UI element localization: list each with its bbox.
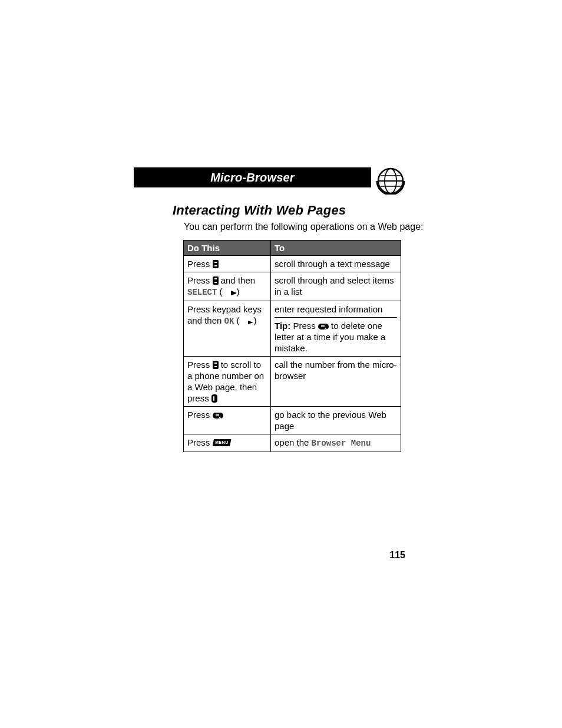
- tip-block: Tip: Press × to delete one letter at a t…: [275, 317, 397, 354]
- page: Micro-Browser Interacting With Web Pages…: [0, 0, 562, 728]
- page-number: 115: [389, 550, 405, 561]
- result-cell: go back to the previous Web page: [271, 407, 401, 434]
- globe-icon: [376, 167, 405, 195]
- table-row: Press to scroll to a phone number on a W…: [184, 357, 401, 407]
- softkey-icon: [223, 289, 237, 296]
- action-cell: Press MENU: [184, 434, 271, 452]
- action-cell: Press: [184, 256, 271, 272]
- col-header-result: To: [271, 241, 401, 256]
- operations-table: Do This To Press scroll through a text m…: [183, 240, 401, 452]
- nav-key-icon: [213, 361, 219, 369]
- send-key-icon: [211, 394, 217, 403]
- table-row: Press keypad keys and then OK () enter r…: [184, 301, 401, 357]
- select-label: SELECT: [187, 288, 217, 297]
- col-header-action: Do This: [184, 241, 271, 256]
- tip-label: Tip:: [275, 321, 290, 331]
- browser-menu-label: Browser Menu: [312, 439, 371, 448]
- intro-text: You can perform the following operations…: [184, 222, 424, 232]
- chapter-header: Micro-Browser: [134, 167, 371, 187]
- ok-label: OK: [224, 317, 234, 326]
- clear-key-icon: ×: [213, 413, 223, 419]
- table-row: Press × go back to the previous Web page: [184, 407, 401, 434]
- nav-key-icon: [213, 276, 219, 285]
- result-cell: open the Browser Menu: [271, 434, 401, 452]
- nav-key-icon: [213, 260, 219, 268]
- action-cell: Press and then SELECT (): [184, 272, 271, 301]
- result-cell: scroll through a text message: [271, 256, 401, 272]
- table-row: Press and then SELECT () scroll through …: [184, 272, 401, 301]
- table-row: Press MENU open the Browser Menu: [184, 434, 401, 452]
- action-cell: Press to scroll to a phone number on a W…: [184, 357, 271, 407]
- section-heading: Interacting With Web Pages: [173, 203, 346, 218]
- action-cell: Press ×: [184, 407, 271, 434]
- table-row: Press scroll through a text message: [184, 256, 401, 272]
- result-cell: call the number from the micro-browser: [271, 357, 401, 407]
- result-cell: scroll through and select items in a lis…: [271, 272, 401, 301]
- action-cell: Press keypad keys and then OK (): [184, 301, 271, 357]
- clear-key-icon: ×: [318, 324, 329, 330]
- menu-key-icon: MENU: [213, 439, 232, 446]
- softkey-icon: [240, 318, 254, 325]
- result-cell: enter requested information Tip: Press ×…: [271, 301, 401, 357]
